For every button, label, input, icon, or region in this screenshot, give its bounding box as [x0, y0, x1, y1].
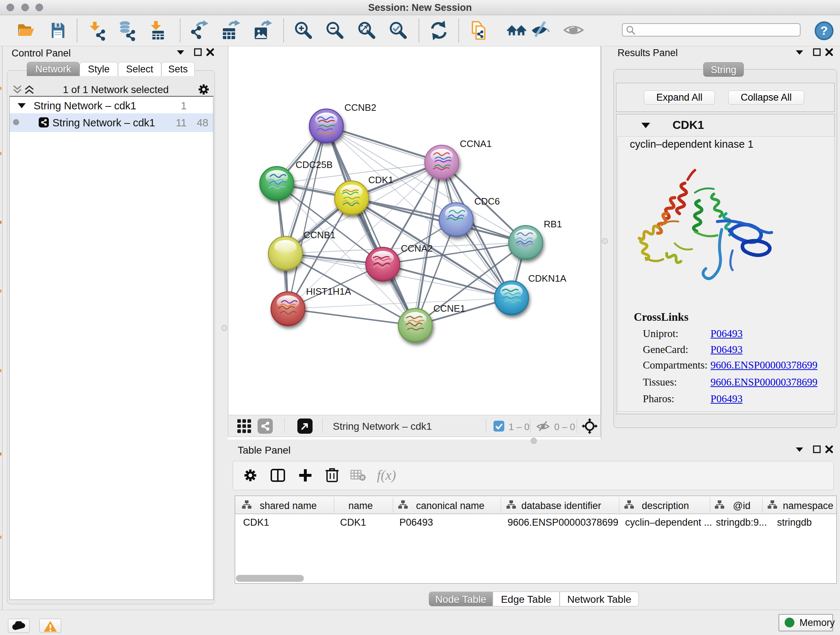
- svg-text:CCNB1: CCNB1: [303, 230, 335, 241]
- svg-text:HIST1H1A: HIST1H1A: [306, 286, 351, 297]
- svg-text:RB1: RB1: [544, 219, 562, 230]
- svg-text:CCNA1: CCNA1: [460, 138, 492, 149]
- svg-text:CDC25B: CDC25B: [295, 159, 333, 170]
- svg-text:CCNE1: CCNE1: [433, 303, 465, 314]
- svg-text:CDC6: CDC6: [474, 196, 500, 207]
- svg-text:CCNA2: CCNA2: [401, 243, 433, 254]
- svg-text:?: ?: [821, 24, 828, 37]
- svg-text:CCNB2: CCNB2: [344, 102, 376, 113]
- svg-text:CDK1: CDK1: [368, 174, 393, 185]
- svg-text:CDKN1A: CDKN1A: [528, 273, 567, 284]
